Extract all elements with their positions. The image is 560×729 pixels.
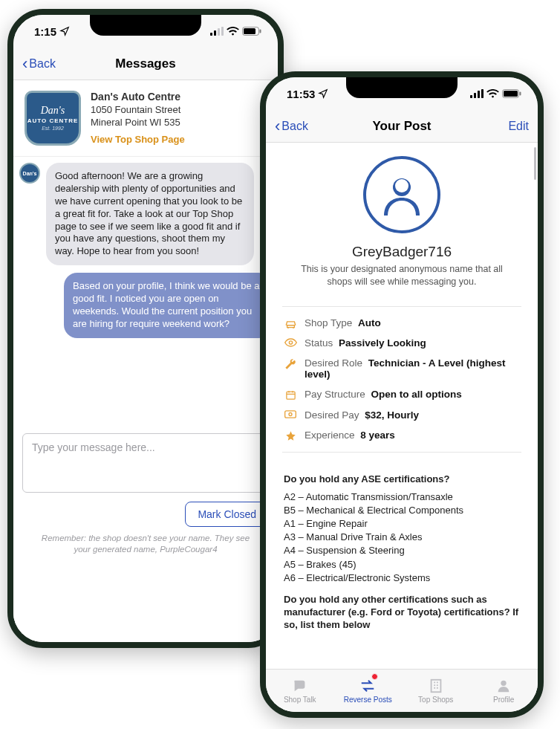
nav-bar: ‹ Back Messages <box>13 48 278 80</box>
row-desired-role: Desired Role Technician - A Level (highe… <box>284 357 520 380</box>
cellular-icon <box>470 89 484 98</box>
eye-icon <box>284 337 297 347</box>
role-label: Desired Role <box>305 357 362 369</box>
tab-bar: Shop Talk Reverse Posts Top Shops Profil… <box>266 669 538 712</box>
pay-label: Desired Pay <box>305 409 359 421</box>
answer-ase-3: A3 – Manual Drive Train & Axles <box>284 531 520 544</box>
wifi-icon <box>227 27 239 36</box>
page-title: Messages <box>115 56 175 71</box>
wifi-icon <box>486 89 499 98</box>
logo-line3: Est. 1992 <box>42 126 64 131</box>
location-icon <box>59 26 70 36</box>
message-input[interactable]: Type your message here... <box>22 433 269 493</box>
svg-rect-0 <box>210 33 212 36</box>
svg-rect-7 <box>470 95 472 98</box>
reverse-icon <box>359 678 376 694</box>
shop-address-1: 1050 Fountain Street <box>91 104 185 115</box>
pay-structure-label: Pay Structure <box>305 389 365 400</box>
scroll-indicator <box>534 147 536 180</box>
answer-ase-6: A6 – Electrical/Electronic Systems <box>284 571 520 585</box>
car-icon <box>284 317 297 328</box>
row-status: Status Passively Looking <box>284 337 520 349</box>
svg-rect-13 <box>520 92 521 96</box>
question-other-certs: Do you hold any other certifications suc… <box>284 594 520 632</box>
person-icon <box>495 678 512 694</box>
username-subtitle: This is your designated anonymous name t… <box>281 263 523 288</box>
status-time: 11:53 <box>287 88 315 100</box>
question-ase: Do you hold any ASE certifications? <box>284 473 520 486</box>
logo-line1: Dan's <box>41 106 65 116</box>
star-icon <box>284 430 297 441</box>
svg-rect-18 <box>286 392 294 399</box>
tab-top-shops[interactable]: Top Shops <box>402 670 470 712</box>
chevron-left-icon: ‹ <box>275 118 280 135</box>
answer-ase-5: A5 – Brakes (45) <box>284 558 520 571</box>
svg-rect-10 <box>481 89 484 98</box>
profile-header: GreyBadger716 This is your designated an… <box>266 143 538 296</box>
svg-point-17 <box>289 341 292 344</box>
money-icon <box>284 409 297 418</box>
pay-structure-value: Open to all options <box>371 389 462 400</box>
incoming-message-row: Dan's Good afternoon! We are a growing d… <box>19 163 272 265</box>
back-button[interactable]: ‹ Back <box>275 118 308 135</box>
svg-rect-1 <box>214 30 216 36</box>
svg-rect-9 <box>478 91 480 98</box>
edit-button[interactable]: Edit <box>508 120 529 133</box>
calendar-icon <box>284 389 297 401</box>
row-desired-pay: Desired Pay $32, Hourly <box>284 409 520 421</box>
wrench-icon <box>284 357 297 370</box>
svg-point-22 <box>501 681 507 686</box>
experience-value: 8 years <box>360 430 395 441</box>
location-icon <box>318 88 328 99</box>
message-list: Dan's Good afternoon! We are a growing d… <box>13 157 278 353</box>
svg-rect-2 <box>218 28 220 36</box>
answer-ase-2: A1 – Engine Repair <box>284 517 520 531</box>
svg-point-20 <box>289 412 292 415</box>
content[interactable]: GreyBadger716 This is your designated an… <box>266 143 538 669</box>
tab-profile[interactable]: Profile <box>470 670 538 712</box>
status-time: 1:15 <box>34 25 56 38</box>
answer-ase-1: B5 – Mechanical & Electrical Components <box>284 504 520 517</box>
chat-icon <box>292 678 308 694</box>
mark-closed-button[interactable]: Mark Closed <box>185 502 269 527</box>
svg-rect-21 <box>431 680 440 693</box>
divider <box>282 452 521 453</box>
back-label: Back <box>281 120 308 133</box>
tab-label: Top Shops <box>418 696 453 704</box>
outgoing-message-row: Based on your profile, I think we would … <box>19 273 272 338</box>
tab-reverse-posts[interactable]: Reverse Posts <box>334 670 403 712</box>
svg-rect-3 <box>221 27 224 36</box>
view-top-shop-link[interactable]: View Top Shop Page <box>91 134 185 145</box>
compose-area: Type your message here... Mark Closed Re… <box>13 427 278 565</box>
row-shop-type: Shop Type Auto <box>284 317 520 328</box>
nav-bar: ‹ Back Your Post Edit <box>266 110 538 143</box>
shop-type-label: Shop Type <box>305 317 352 328</box>
phone-your-post: 11:53 ‹ Back Your Post Edit Gr <box>260 71 544 718</box>
shop-avatar-small: Dan's <box>19 163 40 184</box>
battery-icon <box>502 89 521 98</box>
shop-address-2: Mineral Point WI 535 <box>91 117 185 128</box>
svg-rect-5 <box>244 28 255 34</box>
svg-rect-12 <box>504 91 518 97</box>
tab-shop-talk[interactable]: Shop Talk <box>266 670 334 712</box>
svg-rect-8 <box>474 93 476 98</box>
row-pay-structure: Pay Structure Open to all options <box>284 389 520 401</box>
row-experience: Experience 8 years <box>284 430 520 441</box>
tab-label: Shop Talk <box>284 696 316 704</box>
logo-line2: AUTO CENTRE <box>27 117 79 124</box>
page-title: Your Post <box>372 119 431 134</box>
battery-icon <box>242 27 261 36</box>
notification-dot <box>371 673 378 680</box>
tab-label: Profile <box>493 696 514 704</box>
phone-messages: 1:15 ‹ Back Messages Dan's AU <box>7 9 284 648</box>
notch <box>346 77 458 98</box>
answer-ase-0: A2 – Automatic Transmission/Transaxle <box>284 490 520 504</box>
tab-label: Reverse Posts <box>344 696 392 704</box>
svg-rect-6 <box>260 30 261 33</box>
shop-logo[interactable]: Dan's AUTO CENTRE Est. 1992 <box>24 89 82 147</box>
status-label: Status <box>305 337 333 349</box>
status-value: Passively Looking <box>339 337 426 349</box>
back-button[interactable]: ‹ Back <box>22 56 56 72</box>
footer-note: Remember: the shop doesn't see your name… <box>22 527 269 556</box>
cellular-icon <box>210 27 224 36</box>
